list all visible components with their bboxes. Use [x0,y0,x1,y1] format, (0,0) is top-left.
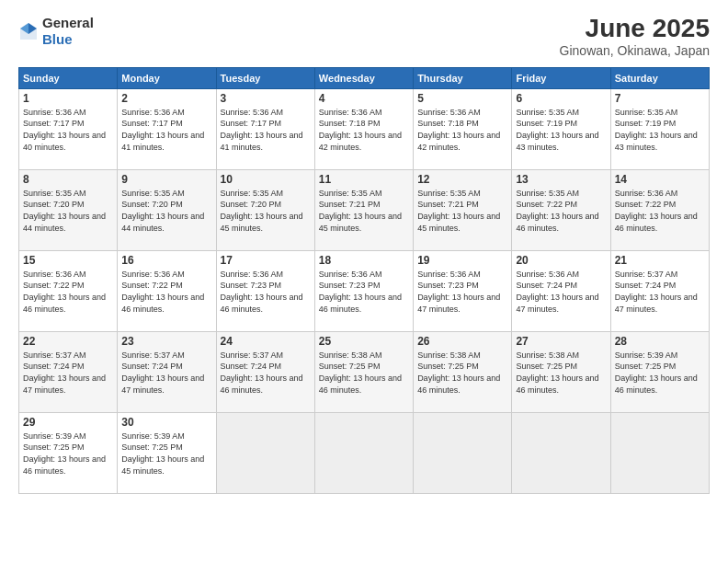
day-13: 13 Sunrise: 5:35 AMSunset: 7:22 PMDaylig… [512,169,610,250]
empty-cell [512,412,610,493]
logo-icon [18,21,39,41]
day-9: 9 Sunrise: 5:35 AMSunset: 7:20 PMDayligh… [118,169,216,250]
empty-cell [314,412,413,493]
day-4: 4 Sunrise: 5:36 AMSunset: 7:18 PMDayligh… [314,88,413,169]
day-18: 18 Sunrise: 5:36 AMSunset: 7:23 PMDaylig… [314,250,413,331]
day-20: 20 Sunrise: 5:36 AMSunset: 7:24 PMDaylig… [512,250,610,331]
logo-general: General [42,15,94,30]
table-row: 1 Sunrise: 5:36 AMSunset: 7:17 PMDayligh… [19,88,710,169]
calendar: Sunday Monday Tuesday Wednesday Thursday… [18,67,710,494]
col-friday: Friday [512,67,610,88]
month-title: June 2025 [560,15,710,43]
day-26: 26 Sunrise: 5:38 AMSunset: 7:25 PMDaylig… [414,331,512,412]
logo-text: General Blue [42,15,94,48]
col-monday: Monday [118,67,216,88]
day-1: 1 Sunrise: 5:36 AMSunset: 7:17 PMDayligh… [19,88,118,169]
table-row: 29 Sunrise: 5:39 AMSunset: 7:25 PMDaylig… [19,412,710,493]
col-sunday: Sunday [19,67,118,88]
logo-blue: Blue [42,31,73,47]
day-6: 6 Sunrise: 5:35 AMSunset: 7:19 PMDayligh… [512,88,610,169]
day-24: 24 Sunrise: 5:37 AMSunset: 7:24 PMDaylig… [216,331,314,412]
day-8: 8 Sunrise: 5:35 AMSunset: 7:20 PMDayligh… [19,169,118,250]
empty-cell [216,412,314,493]
header-row: Sunday Monday Tuesday Wednesday Thursday… [19,67,710,88]
col-wednesday: Wednesday [314,67,413,88]
day-27: 27 Sunrise: 5:38 AMSunset: 7:25 PMDaylig… [512,331,610,412]
title-area: June 2025 Ginowan, Okinawa, Japan [560,15,710,58]
day-14: 14 Sunrise: 5:36 AMSunset: 7:22 PMDaylig… [610,169,709,250]
day-2: 2 Sunrise: 5:36 AMSunset: 7:17 PMDayligh… [118,88,216,169]
day-16: 16 Sunrise: 5:36 AMSunset: 7:22 PMDaylig… [118,250,216,331]
col-thursday: Thursday [414,67,512,88]
day-25: 25 Sunrise: 5:38 AMSunset: 7:25 PMDaylig… [314,331,413,412]
day-22: 22 Sunrise: 5:37 AMSunset: 7:24 PMDaylig… [19,331,118,412]
day-17: 17 Sunrise: 5:36 AMSunset: 7:23 PMDaylig… [216,250,314,331]
empty-cell [414,412,512,493]
day-15: 15 Sunrise: 5:36 AMSunset: 7:22 PMDaylig… [19,250,118,331]
day-10: 10 Sunrise: 5:35 AMSunset: 7:20 PMDaylig… [216,169,314,250]
day-12: 12 Sunrise: 5:35 AMSunset: 7:21 PMDaylig… [414,169,512,250]
day-28: 28 Sunrise: 5:39 AMSunset: 7:25 PMDaylig… [610,331,709,412]
header: General Blue June 2025 Ginowan, Okinawa,… [18,15,710,58]
day-30: 30 Sunrise: 5:39 AMSunset: 7:25 PMDaylig… [118,412,216,493]
location-title: Ginowan, Okinawa, Japan [560,43,710,58]
table-row: 15 Sunrise: 5:36 AMSunset: 7:22 PMDaylig… [19,250,710,331]
col-saturday: Saturday [610,67,709,88]
day-19: 19 Sunrise: 5:36 AMSunset: 7:23 PMDaylig… [414,250,512,331]
day-5: 5 Sunrise: 5:36 AMSunset: 7:18 PMDayligh… [414,88,512,169]
day-29: 29 Sunrise: 5:39 AMSunset: 7:25 PMDaylig… [19,412,118,493]
day-11: 11 Sunrise: 5:35 AMSunset: 7:21 PMDaylig… [314,169,413,250]
col-tuesday: Tuesday [216,67,314,88]
table-row: 8 Sunrise: 5:35 AMSunset: 7:20 PMDayligh… [19,169,710,250]
table-row: 22 Sunrise: 5:37 AMSunset: 7:24 PMDaylig… [19,331,710,412]
empty-cell [610,412,709,493]
day-21: 21 Sunrise: 5:37 AMSunset: 7:24 PMDaylig… [610,250,709,331]
day-3: 3 Sunrise: 5:36 AMSunset: 7:17 PMDayligh… [216,88,314,169]
day-23: 23 Sunrise: 5:37 AMSunset: 7:24 PMDaylig… [118,331,216,412]
logo: General Blue [18,15,94,48]
page: General Blue June 2025 Ginowan, Okinawa,… [0,0,728,563]
day-7: 7 Sunrise: 5:35 AMSunset: 7:19 PMDayligh… [610,88,709,169]
